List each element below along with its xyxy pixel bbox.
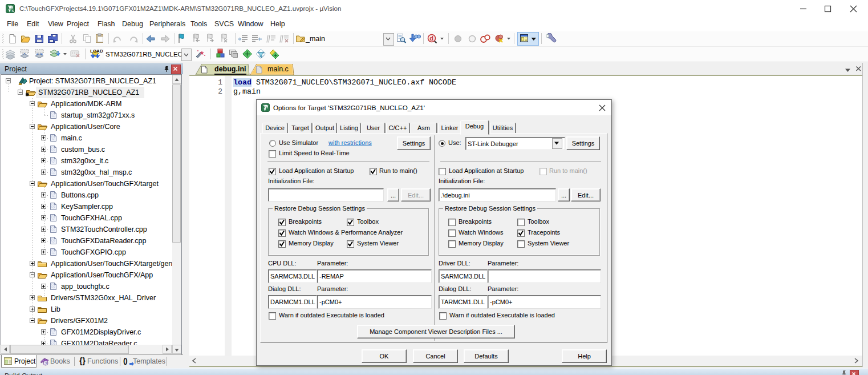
svg-text:LOAD: LOAD <box>90 49 103 54</box>
svg-text:?: ? <box>44 361 47 366</box>
svg-text:S: S <box>12 9 14 13</box>
svg-text:d: d <box>429 35 433 42</box>
